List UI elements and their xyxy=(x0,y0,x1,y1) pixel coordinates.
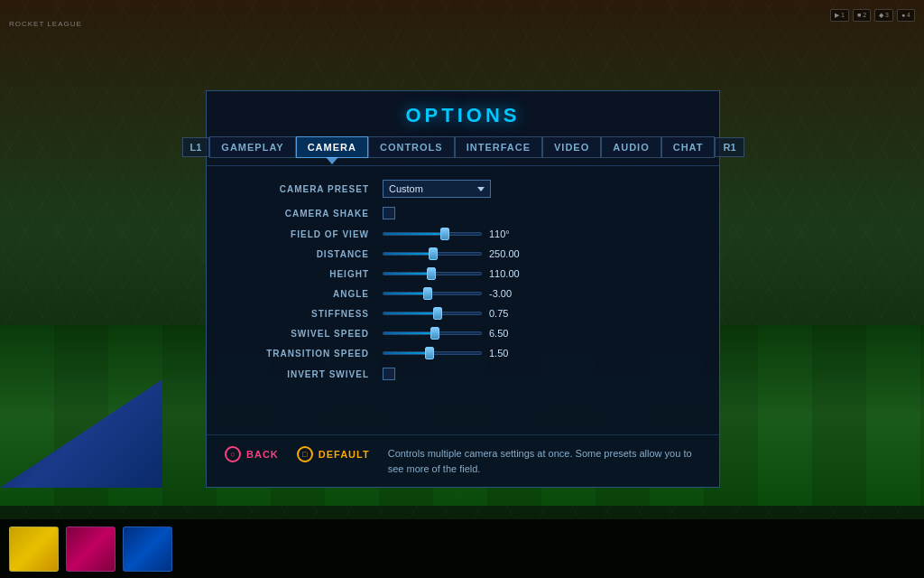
taskbar-item-3[interactable] xyxy=(123,527,172,572)
distance-row: DISTANCE 250.00 xyxy=(234,248,692,259)
camera-preset-value: Custom xyxy=(389,183,423,194)
options-panel: OPTIONS L1 GAMEPLAY CAMERA CONTROLS INTE… xyxy=(206,90,720,488)
transition-speed-control: 1.50 xyxy=(383,348,692,359)
distance-slider[interactable] xyxy=(383,252,482,256)
default-button[interactable]: □ DEFAULT xyxy=(297,446,370,462)
invert-swivel-checkbox[interactable] xyxy=(383,368,395,380)
transition-speed-thumb[interactable] xyxy=(425,347,434,359)
camera-shake-row: CAMERA SHAKE xyxy=(234,207,692,219)
camera-shake-checkbox[interactable] xyxy=(383,207,395,219)
camera-shake-label: CAMERA SHAKE xyxy=(234,209,383,219)
angle-row: ANGLE -3.00 xyxy=(234,288,692,299)
field-of-view-fill xyxy=(383,233,444,235)
field-of-view-row: FIELD OF VIEW 110° xyxy=(234,228,692,239)
invert-swivel-row: INVERT SWIVEL xyxy=(234,368,692,380)
transition-speed-label: TRANSITION SPEED xyxy=(234,349,383,359)
angle-fill xyxy=(383,293,428,294)
logo-area: ROCKET LEAGUE xyxy=(9,14,117,41)
height-control: 110.00 xyxy=(383,268,692,279)
camera-preset-row: CAMERA PRESET Custom xyxy=(234,180,692,198)
back-button[interactable]: ○ BACK xyxy=(225,446,279,462)
field-of-view-label: FIELD OF VIEW xyxy=(234,229,383,239)
swivel-speed-thumb[interactable] xyxy=(430,327,439,340)
tab-chat[interactable]: CHAT xyxy=(661,136,716,158)
overlay-badge-1: ▶ 1 xyxy=(830,9,849,22)
swivel-speed-control: 6.50 xyxy=(383,328,692,339)
stiffness-fill xyxy=(383,312,437,314)
camera-preset-dropdown[interactable]: Custom xyxy=(383,180,491,198)
swivel-speed-row: SWIVEL SPEED 6.50 xyxy=(234,328,692,339)
dropdown-arrow-icon xyxy=(477,187,485,191)
field-of-view-value: 110° xyxy=(489,228,525,239)
camera-preset-label: CAMERA PRESET xyxy=(234,184,383,194)
camera-shake-control xyxy=(383,207,692,219)
stiffness-thumb[interactable] xyxy=(433,307,442,320)
settings-area: CAMERA PRESET Custom CAMERA SHAKE FIELD … xyxy=(207,166,719,434)
tab-camera[interactable]: CAMERA xyxy=(296,136,368,158)
field-of-view-slider[interactable] xyxy=(383,232,482,236)
height-slider[interactable] xyxy=(383,272,482,275)
overlay-badge-3: ◆ 3 xyxy=(874,9,893,22)
default-icon: □ xyxy=(297,446,313,462)
tab-interface[interactable]: INTERFACE xyxy=(455,136,542,158)
distance-thumb[interactable] xyxy=(429,247,438,260)
panel-title: OPTIONS xyxy=(207,91,719,136)
invert-swivel-label: INVERT SWIVEL xyxy=(234,369,383,379)
help-text: Controls multiple camera settings at onc… xyxy=(388,446,695,476)
top-right-overlay: ▶ 1 ■ 2 ◆ 3 ● 4 xyxy=(830,9,915,22)
transition-speed-fill xyxy=(383,352,430,354)
overlay-badge-4: ● 4 xyxy=(897,9,915,22)
angle-label: ANGLE xyxy=(234,289,383,299)
back-icon: ○ xyxy=(225,446,241,462)
swivel-speed-slider[interactable] xyxy=(383,331,482,335)
distance-label: DISTANCE xyxy=(234,249,383,259)
taskbar-item-1[interactable] xyxy=(9,527,59,572)
stiffness-row: STIFFNESS 0.75 xyxy=(234,308,692,319)
angle-thumb[interactable] xyxy=(423,287,432,300)
tab-video[interactable]: VIDEO xyxy=(542,136,601,158)
field-of-view-control: 110° xyxy=(383,228,692,239)
logo-text: ROCKET LEAGUE xyxy=(9,20,82,28)
tab-controls[interactable]: CONTROLS xyxy=(368,136,455,158)
taskbar xyxy=(0,519,924,578)
overlay-badge-2: ■ 2 xyxy=(853,9,871,22)
angle-slider[interactable] xyxy=(383,292,482,295)
height-value: 110.00 xyxy=(489,268,525,279)
transition-speed-value: 1.50 xyxy=(489,348,525,359)
angle-control: -3.00 xyxy=(383,288,692,299)
height-thumb[interactable] xyxy=(427,267,436,280)
back-label: BACK xyxy=(246,449,279,460)
distance-fill xyxy=(383,253,432,255)
stiffness-label: STIFFNESS xyxy=(234,309,383,319)
stiffness-slider[interactable] xyxy=(383,312,482,315)
height-fill xyxy=(383,273,430,275)
height-label: HEIGHT xyxy=(234,269,383,279)
distance-control: 250.00 xyxy=(383,248,692,259)
height-row: HEIGHT 110.00 xyxy=(234,268,692,279)
stiffness-value: 0.75 xyxy=(489,308,525,319)
invert-swivel-control xyxy=(383,368,692,380)
tab-audio[interactable]: AUDIO xyxy=(601,136,661,158)
transition-speed-slider[interactable] xyxy=(383,351,482,355)
stiffness-control: 0.75 xyxy=(383,308,692,319)
tab-gameplay[interactable]: GAMEPLAY xyxy=(209,136,295,158)
camera-preset-control: Custom xyxy=(383,180,692,198)
swivel-speed-fill xyxy=(383,332,434,334)
default-label: DEFAULT xyxy=(319,449,370,460)
tab-l1[interactable]: L1 xyxy=(182,137,210,157)
tab-r1[interactable]: R1 xyxy=(715,137,744,157)
transition-speed-row: TRANSITION SPEED 1.50 xyxy=(234,348,692,359)
tab-bar: L1 GAMEPLAY CAMERA CONTROLS INTERFACE VI… xyxy=(207,136,719,165)
panel-bottom: ○ BACK □ DEFAULT Controls multiple camer… xyxy=(207,434,719,487)
swivel-speed-value: 6.50 xyxy=(489,328,525,339)
angle-value: -3.00 xyxy=(489,288,525,299)
taskbar-item-2[interactable] xyxy=(66,527,116,572)
field-of-view-thumb[interactable] xyxy=(440,228,449,240)
swivel-speed-label: SWIVEL SPEED xyxy=(234,329,383,339)
distance-value: 250.00 xyxy=(489,248,525,259)
